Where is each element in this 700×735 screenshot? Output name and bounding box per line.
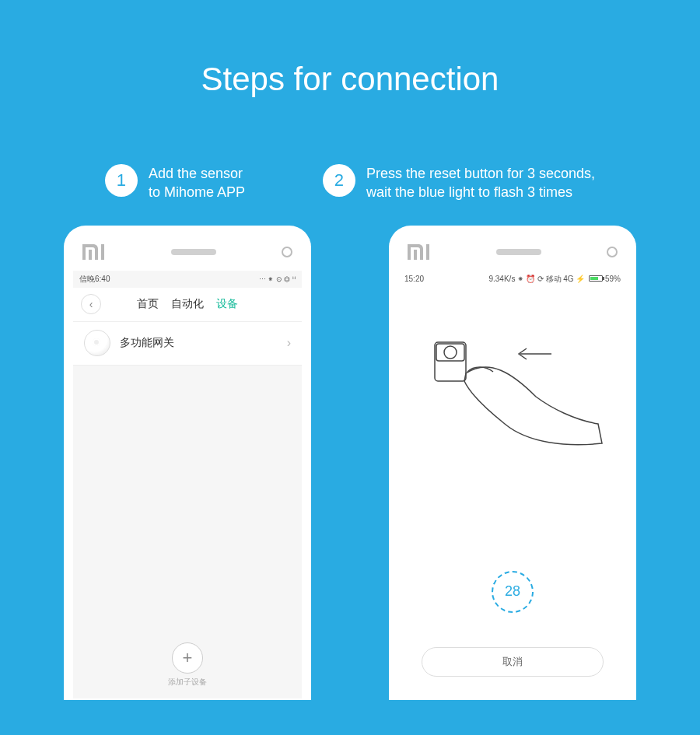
step-number-badge: 2 [323,164,355,197]
tab-bar: 首页 自动化 设备 [137,297,238,311]
add-device-label: 添加子设备 [73,677,302,688]
phone-mockup-1: 信晚6:40 ⋯ ⁕ ⊙ ⏣ ᴴ ‹ 首页 自动化 设备 多功能网关 › [64,226,311,700]
page-title: Steps for connection [0,0,700,98]
step-2: 2 Press the reset button for 3 seconds, … [323,164,595,202]
chevron-right-icon: › [287,336,291,350]
status-battery-pct: 59% [605,275,621,283]
phone-screen-2: 15:20 9.34K/s ⁕ ⏰ ⟳ 移动 4G ⚡ 59% [398,271,627,698]
bluetooth-icon: ⁕ [517,275,523,283]
status-bar: 信晚6:40 ⋯ ⁕ ⊙ ⏣ ᴴ [73,271,302,288]
countdown-timer: 28 [492,571,534,613]
step-text: Press the reset button for 3 seconds, wa… [366,164,595,202]
device-list-item[interactable]: 多功能网关 › [73,322,302,366]
status-time: 信晚6:40 [79,274,110,285]
phone-bezel-top [398,233,627,271]
device-name-label: 多功能网关 [120,336,278,350]
front-camera-icon [607,247,618,257]
status-indicators: 9.34K/s ⁕ ⏰ ⟳ 移动 4G ⚡ 59% [488,274,621,285]
cancel-button[interactable]: 取消 [422,647,604,677]
svg-rect-0 [435,342,466,381]
add-device-area: + 添加子设备 [73,642,302,688]
pairing-screen: 28 取消 [398,288,627,698]
status-time: 15:20 [404,275,424,283]
tab-devices[interactable]: 设备 [216,297,238,311]
status-indicators: ⋯ ⁕ ⊙ ⏣ ᴴ [259,275,296,283]
app-navbar: ‹ 首页 自动化 设备 [73,288,302,322]
mi-logo-icon [408,244,431,260]
tab-automation[interactable]: 自动化 [171,297,204,311]
front-camera-icon [282,247,292,257]
charging-icon: ⚡ [576,275,585,283]
gateway-device-icon [84,330,110,356]
speaker-slot [171,249,216,255]
mi-logo-icon [82,244,106,260]
step-text: Add the sensor to Mihome APP [149,164,245,202]
phones-row: 信晚6:40 ⋯ ⁕ ⊙ ⏣ ᴴ ‹ 首页 自动化 设备 多功能网关 › [0,226,700,700]
steps-row: 1 Add the sensor to Mihome APP 2 Press t… [0,164,700,202]
phone-bezel-top [73,233,302,271]
chevron-left-icon: ‹ [89,298,93,310]
plus-icon: + [183,648,193,668]
back-button[interactable]: ‹ [81,294,101,314]
speaker-slot [496,249,541,255]
add-device-button[interactable]: + [172,642,203,674]
status-bar: 15:20 9.34K/s ⁕ ⏰ ⟳ 移动 4G ⚡ 59% [398,271,627,288]
status-speed: 9.34K/s [488,275,515,283]
sync-icon: ⟳ [537,275,544,283]
press-reset-illustration [398,327,627,451]
phone-mockup-2: 15:20 9.34K/s ⁕ ⏰ ⟳ 移动 4G ⚡ 59% [389,226,636,700]
svg-point-2 [444,346,457,359]
alarm-icon: ⏰ [526,275,535,283]
step-1: 1 Add the sensor to Mihome APP [105,164,245,202]
status-network: 移动 4G [546,275,574,283]
step-number-badge: 1 [105,164,138,197]
tab-home[interactable]: 首页 [137,297,159,311]
phone-screen-1: 信晚6:40 ⋯ ⁕ ⊙ ⏣ ᴴ ‹ 首页 自动化 设备 多功能网关 › [73,271,302,698]
battery-icon [589,275,603,282]
